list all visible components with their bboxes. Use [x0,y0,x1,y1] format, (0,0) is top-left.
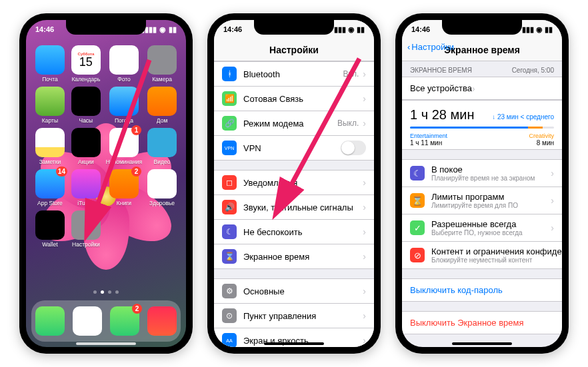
disable-passcode-link[interactable]: Выключить код-пароль [402,278,562,302]
page-dots[interactable] [26,290,186,294]
all-devices-row[interactable]: Все устройства › [402,77,562,100]
notch [66,20,146,35]
chevron-icon: › [551,195,554,206]
badge: 14 [56,167,67,177]
screentime-list[interactable]: ЭКРАННОЕ ВРЕМЯ Сегодня, 5:00 Все устройс… [402,61,562,347]
home-indicator[interactable] [76,342,136,345]
app-label: Заметки [39,159,61,165]
app-clock[interactable]: Часы [70,87,102,124]
cell-sub: Лимитируйте время для ПО [431,202,551,209]
app-label: Акции [78,159,94,165]
settings-icon: 1 [71,210,101,240]
camera-icon [147,45,177,75]
cell-value: Вкл. [343,69,359,79]
settings-row-vpn[interactable]: VPNVPN [214,136,374,161]
settings-row-sounds[interactable]: 🔊Звуки, тактильные сигналы› [214,195,374,220]
usage-category: Creativity8 мин [529,133,554,147]
phone-app[interactable] [35,306,65,336]
app-settings[interactable]: 1Настройки [70,210,102,248]
reminders-icon: 1 [109,128,139,157]
cell-sub: Выберите ПО, нужное всегда [431,229,551,236]
chevron-icon: › [363,251,366,262]
app-appstore[interactable]: 14App Store [34,169,66,206]
chevron-icon: › [363,310,366,321]
chevron-icon: › [551,168,554,179]
app-home[interactable]: Дом [146,87,178,124]
safari-app[interactable] [73,306,102,336]
app-label: Настройки [72,241,100,248]
nav-title: Экранное время [444,45,520,55]
app-cal[interactable]: Суббота15Календарь [70,45,102,83]
home-icon [147,87,177,116]
app-itunes[interactable]: iTunes [70,169,102,206]
home-indicator[interactable] [264,342,324,345]
dnd-icon: ☾ [222,224,237,239]
settings-row-cellular[interactable]: 📶Сотовая Связь› [214,87,374,111]
control-center-icon: ⊙ [222,308,237,323]
badge: 2 [131,167,141,177]
app-grid: ПочтаСуббота15КалендарьФотоКамераКартыЧа… [26,41,186,248]
app-notes[interactable]: Заметки [34,128,66,165]
usage-total: 1 ч 28 мин [410,107,474,123]
settings-list[interactable]: ᚼBluetoothВкл.›📶Сотовая Связь›🔗Режим мод… [214,61,374,347]
back-button[interactable]: ‹ Настройки [407,42,454,52]
section-header: ЭКРАННОЕ ВРЕМЯ Сегодня, 5:00 [402,61,562,77]
music-app[interactable] [147,306,177,336]
cell-sub: Планируйте время не за экраном [431,175,551,182]
app-video[interactable]: Видео [146,128,178,165]
phone-home: 14:46 ▮▮▮▮ ◉ ▮▮ ПочтаСуббота15КалендарьФ… [19,13,193,354]
weather-icon [109,87,139,116]
app-label: Здоровье [149,200,175,206]
cell-label: Звуки, тактильные сигналы [243,202,363,212]
option-content[interactable]: ⊘Контент и ограничения конфиде…Блокируйт… [402,242,562,269]
settings-row-dnd[interactable]: ☾Не беспокоить› [214,220,374,244]
app-label: Книги [117,200,131,206]
option-app-limits[interactable]: ⌛Лимиты программЛимитируйте время для ПО… [402,187,562,214]
cell-label: Пункт управления [243,311,363,321]
chevron-icon: › [363,335,366,346]
notch [442,20,522,35]
app-books[interactable]: 2Книги [106,169,142,206]
app-photos[interactable]: Фото [106,45,142,83]
cell-label: Не беспокоить [243,227,363,237]
app-reminders[interactable]: 1Напоминания [106,128,142,165]
settings-row-control-center[interactable]: ⊙Пункт управления› [214,304,374,328]
option-downtime[interactable]: ☾В покоеПланируйте время не за экраном› [402,159,562,187]
usage-category: Entertainment1 ч 11 мин [410,133,447,147]
app-camera[interactable]: Камера [146,45,178,83]
settings-row-notifications[interactable]: ◻Уведомления› [214,170,374,195]
status-icons: ▮▮▮ ◉ ▮▮ [522,25,553,34]
app-label: Часы [79,117,93,124]
app-mail[interactable]: Почта [34,45,66,83]
app-stocks[interactable]: Акции [70,128,102,165]
app-label: Карты [42,117,58,124]
app-wallet[interactable]: Wallet [34,210,66,248]
usage-segment [410,127,528,129]
cell-label: Режим модема [243,119,337,129]
app-label: Камера [152,76,172,83]
phone-settings: 14:46 ▮▮▮ ◉ ▮▮ Настройки ᚼBluetoothВкл.›… [207,13,381,354]
settings-row-hotspot[interactable]: 🔗Режим модемаВыкл.› [214,111,374,136]
settings-row-screentime[interactable]: ⌛Экранное время› [214,244,374,269]
app-health[interactable]: Здоровье [146,169,178,206]
home-indicator[interactable] [452,342,512,345]
settings-row-bluetooth[interactable]: ᚼBluetoothВкл.› [214,61,374,87]
usage-card[interactable]: 1 ч 28 мин ↓ 23 мин < среднего Entertain… [402,100,562,150]
wifi-icon: ◉ [159,25,166,34]
home-screen[interactable]: 14:46 ▮▮▮▮ ◉ ▮▮ ПочтаСуббота15КалендарьФ… [26,20,186,347]
app-label: Wallet [42,241,57,248]
disable-screentime-link[interactable]: Выключить Экранное время [402,311,562,334]
general-icon: ⚙ [222,284,237,298]
app-label: Фото [117,76,131,83]
app-weather[interactable]: Погода [106,87,142,124]
app-maps[interactable]: Карты [34,87,66,124]
app-label: Напоминания [106,159,142,165]
hotspot-icon: 🔗 [222,116,237,131]
option-always-allowed[interactable]: ✓Разрешенные всегдаВыберите ПО, нужное в… [402,214,562,242]
screentime-screen: 14:46 ▮▮▮ ◉ ▮▮ ‹ Настройки Экранное врем… [402,20,562,347]
messages-app[interactable]: 2 [110,306,139,336]
app-label: Дом [157,117,167,124]
status-icons: ▮▮▮ ◉ ▮▮ [334,25,365,34]
toggle[interactable] [341,141,366,155]
settings-row-general[interactable]: ⚙Основные› [214,278,374,304]
